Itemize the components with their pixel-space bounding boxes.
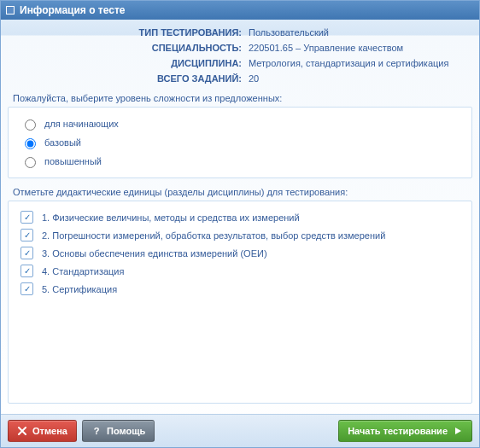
info-label: ДИСЦИПЛИНА:	[8, 55, 245, 71]
difficulty-option[interactable]: повышенный	[15, 152, 465, 171]
unit-checkbox[interactable]: ✓	[20, 229, 33, 241]
info-label: ВСЕГО ЗАДАНИЙ:	[8, 71, 245, 86]
info-value: Пользовательский	[245, 25, 472, 40]
unit-item[interactable]: ✓ 1. Физические величины, методы и средс…	[15, 208, 465, 226]
info-label: ТИП ТЕСТИРОВАНИЯ:	[8, 25, 245, 40]
info-value: 20	[245, 71, 472, 86]
start-test-button[interactable]: Начать тестирование	[338, 420, 472, 442]
close-icon	[17, 426, 27, 436]
difficulty-option[interactable]: для начинающих	[15, 114, 465, 133]
unit-checkbox[interactable]: ✓	[20, 247, 33, 259]
dialog-content: ТИП ТЕСТИРОВАНИЯ: Пользовательский СПЕЦИ…	[1, 20, 479, 414]
button-label: Помощь	[107, 426, 145, 436]
unit-item[interactable]: ✓ 3. Основы обеспечения единства измерен…	[15, 244, 465, 262]
info-value: Метрология, стандартизация и сертификаци…	[245, 55, 472, 71]
help-button[interactable]: ? Помощь	[82, 420, 155, 442]
titlebar: Информация о тесте	[1, 1, 479, 20]
info-value: 220501.65 – Управление качеством	[245, 40, 472, 55]
difficulty-option[interactable]: базовый	[15, 133, 465, 152]
difficulty-label: для начинающих	[44, 119, 119, 129]
svg-text:?: ?	[94, 426, 100, 436]
unit-item[interactable]: ✓ 4. Стандартизация	[15, 262, 465, 280]
difficulty-panel: для начинающих базовый повышенный	[8, 107, 472, 178]
unit-label: 1. Физические величины, методы и средств…	[42, 212, 300, 223]
unit-item[interactable]: ✓ 2. Погрешности измерений, обработка ре…	[15, 226, 465, 244]
play-icon	[453, 426, 463, 436]
unit-label: 5. Сертификация	[42, 284, 117, 294]
difficulty-label: повышенный	[44, 156, 102, 166]
unit-checkbox[interactable]: ✓	[20, 265, 33, 277]
info-label: СПЕЦИАЛЬНОСТЬ:	[8, 40, 245, 55]
units-panel: ✓ 1. Физические величины, методы и средс…	[8, 201, 472, 404]
cancel-button[interactable]: Отмена	[8, 420, 77, 442]
unit-checkbox[interactable]: ✓	[20, 211, 33, 224]
difficulty-prompt: Пожалуйста, выберите уровень сложности и…	[8, 91, 472, 107]
difficulty-label: базовый	[44, 137, 81, 148]
help-icon: ?	[91, 426, 102, 436]
unit-checkbox[interactable]: ✓	[20, 282, 33, 295]
difficulty-radio[interactable]	[25, 157, 36, 168]
test-info-dialog: Информация о тесте ТИП ТЕСТИРОВАНИЯ: Пол…	[0, 0, 480, 448]
difficulty-radio[interactable]	[25, 119, 36, 131]
window-title: Информация о тесте	[20, 4, 125, 16]
unit-item[interactable]: ✓ 5. Сертификация	[15, 280, 465, 298]
unit-label: 4. Стандартизация	[42, 266, 124, 276]
difficulty-radio[interactable]	[25, 138, 36, 149]
units-prompt: Отметьте дидактические единицы (разделы …	[8, 185, 472, 201]
button-label: Отмена	[32, 426, 67, 436]
info-table: ТИП ТЕСТИРОВАНИЯ: Пользовательский СПЕЦИ…	[8, 25, 472, 86]
svg-marker-1	[455, 428, 461, 434]
window-icon	[6, 6, 15, 15]
button-label: Начать тестирование	[348, 426, 448, 436]
unit-label: 3. Основы обеспечения единства измерений…	[42, 248, 267, 259]
unit-label: 2. Погрешности измерений, обработка резу…	[42, 230, 385, 241]
dialog-footer: Отмена ? Помощь Начать тестирование	[1, 414, 479, 447]
